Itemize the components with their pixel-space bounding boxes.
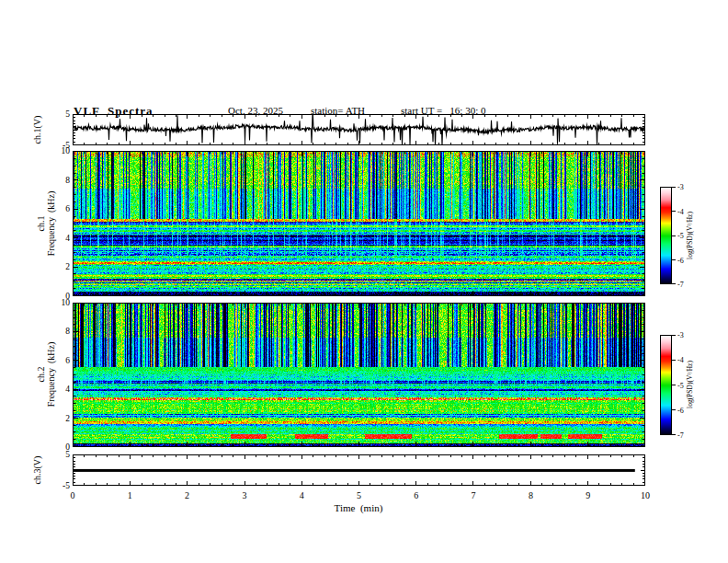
x-tick-label: 4 (300, 490, 304, 500)
ch2-frequency-tick-label: 6 (65, 356, 70, 365)
colorbar-1-tick-label: -4 (677, 207, 684, 215)
ch1-frequency-tick-label: 4 (65, 234, 70, 243)
colorbar-2-tick-label: -5 (677, 381, 684, 389)
x-tick-label: 3 (242, 490, 246, 500)
x-tick-label: 9 (586, 490, 590, 500)
colorbar-2-tick-label: -4 (677, 356, 684, 364)
x-tick-label: 10 (641, 490, 650, 500)
ch3-waveform-panel (73, 454, 645, 486)
ch3-voltage-tick-label: -5 (63, 481, 70, 490)
ch1-label-line: ch.1 (36, 216, 46, 232)
ch3-voltage-tick-label: 5 (65, 450, 70, 459)
x-tick-label: 1 (128, 490, 132, 500)
frequency-label-line: Frequency (kHz) (46, 342, 56, 408)
colorbar-1-tick-label: -6 (677, 256, 684, 264)
ch1-frequency-tick-label: 6 (65, 204, 70, 213)
colorbar-1-tick-label: -3 (677, 183, 684, 191)
colorbar-1 (660, 187, 677, 284)
ch1-voltage-tick-label: 5 (65, 109, 70, 119)
ch1-spectrogram-axis-label: ch.1Frequency (kHz) (36, 191, 56, 257)
ch3-voltage-axis-label: ch.3(V) (32, 456, 42, 485)
vlf-spectra-figure: VLF Spectra Oct. 23, 2025 station= ATH s… (0, 0, 728, 563)
ch2-spectrogram-axis-label: ch.2Frequency (kHz) (36, 342, 56, 408)
colorbar-2-tick-label: -7 (677, 431, 684, 440)
ch1-frequency-tick-label: 2 (65, 262, 70, 271)
ch2-label-line: ch.2 (36, 367, 46, 383)
x-tick-label: 0 (71, 490, 75, 500)
colorbar-2-unit-label: log(PSD)(V²/Hz) (686, 361, 694, 408)
ch2-frequency-tick-label: 8 (65, 327, 70, 336)
ch1-frequency-tick-label: 10 (62, 146, 71, 155)
colorbar-1-unit-label: log(PSD)(V²/Hz) (686, 212, 694, 259)
ch1-waveform-panel (73, 114, 645, 145)
x-tick-label: 2 (185, 490, 189, 500)
x-tick-label: 7 (472, 490, 476, 500)
x-tick-label: 6 (414, 490, 418, 500)
colorbar-2-tick-label: -3 (677, 331, 684, 339)
ch2-frequency-tick-label: 2 (65, 414, 70, 423)
colorbar-1-tick-label: -5 (677, 232, 684, 240)
frequency-label-line: Frequency (kHz) (46, 191, 56, 257)
ch1-voltage-axis-label: ch.1(V) (32, 116, 42, 144)
ch2-frequency-tick-label: 10 (62, 298, 71, 307)
colorbar-1-tick-label: -7 (677, 281, 684, 289)
colorbar-2-tick-label: -6 (677, 406, 684, 414)
ch2-frequency-tick-label: 4 (65, 385, 70, 394)
colorbar-2 (660, 335, 677, 435)
ch1-spectrogram-panel (73, 151, 645, 296)
time-axis-label: Time (min) (335, 502, 383, 513)
ch1-frequency-tick-label: 8 (65, 176, 70, 185)
x-tick-label: 8 (529, 490, 533, 500)
x-tick-label: 5 (357, 490, 361, 500)
ch2-spectrogram-panel (73, 303, 645, 447)
